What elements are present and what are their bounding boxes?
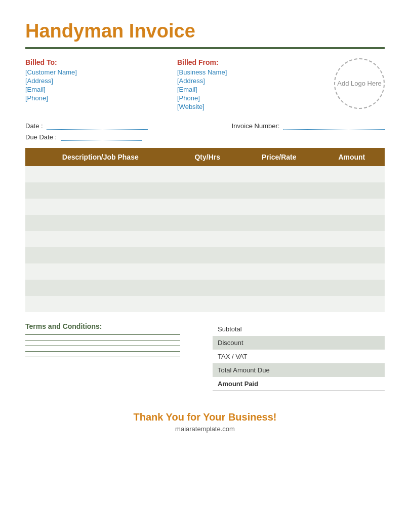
terms-line-3	[25, 346, 180, 346]
terms-line-1	[25, 334, 180, 335]
top-divider	[25, 47, 385, 49]
terms-label: Terms and Conditions:	[25, 322, 197, 330]
table-row	[25, 231, 385, 247]
date-section: Date : Invoice Number:	[25, 122, 385, 130]
paid-value	[317, 377, 385, 391]
subtotal-row: Subtotal	[213, 322, 385, 336]
col-price: Price/Rate	[239, 148, 319, 166]
business-name: [Business Name]	[177, 68, 329, 76]
table-row	[25, 199, 385, 215]
due-date-row: Due Date :	[25, 133, 385, 141]
tax-value	[317, 350, 385, 363]
terms-line-4	[25, 351, 180, 352]
discount-label: Discount	[213, 336, 317, 350]
customer-address: [Address]	[25, 77, 177, 85]
total-row: Total Amount Due	[213, 363, 385, 377]
discount-row: Discount	[213, 336, 385, 350]
bottom-section: Terms and Conditions: Subtotal Discount …	[25, 322, 385, 391]
business-phone: [Phone]	[177, 94, 329, 102]
paid-row: Amount Paid	[213, 377, 385, 391]
billed-to-col: Billed To: [Customer Name] [Address] [Em…	[25, 58, 177, 103]
thank-you-text: Thank You for Your Business!	[25, 411, 385, 423]
table-row	[25, 182, 385, 199]
website-text: maiaratemplate.com	[25, 425, 385, 433]
discount-value	[317, 336, 385, 350]
summary-table: Subtotal Discount TAX / VAT Total Amount…	[213, 322, 385, 391]
table-row	[25, 263, 385, 280]
customer-phone: [Phone]	[25, 94, 177, 102]
customer-email: [Email]	[25, 86, 177, 93]
terms-section: Terms and Conditions:	[25, 322, 213, 362]
subtotal-label: Subtotal	[213, 322, 317, 336]
logo-placeholder: Add Logo Here	[334, 58, 385, 109]
table-row	[25, 247, 385, 263]
table-row	[25, 166, 385, 182]
invoice-table: Description/Job Phase Qty/Hrs Price/Rate…	[25, 148, 385, 312]
table-row	[25, 296, 385, 312]
subtotal-value	[317, 322, 385, 336]
invoice-dotted	[283, 122, 385, 130]
billed-from-label: Billed From:	[177, 58, 329, 66]
tax-row: TAX / VAT	[213, 350, 385, 363]
footer-section: Thank You for Your Business! maiaratempl…	[25, 411, 385, 433]
terms-line-2	[25, 340, 180, 340]
date-row: Date :	[25, 122, 148, 130]
billed-from-col: Billed From: [Business Name] [Address] […	[177, 58, 329, 111]
invoice-title: Handyman Invoice	[25, 20, 385, 42]
due-date-dotted	[61, 133, 142, 141]
billed-to-label: Billed To:	[25, 58, 177, 66]
summary-section: Subtotal Discount TAX / VAT Total Amount…	[213, 322, 385, 391]
billed-section: Billed To: [Customer Name] [Address] [Em…	[25, 58, 385, 111]
total-value	[317, 363, 385, 377]
tax-label: TAX / VAT	[213, 350, 317, 363]
col-description: Description/Job Phase	[25, 148, 176, 166]
due-date-section: Due Date :	[25, 133, 385, 141]
col-amount: Amount	[319, 148, 385, 166]
total-label: Total Amount Due	[213, 363, 317, 377]
customer-name: [Customer Name]	[25, 68, 177, 76]
col-qty: Qty/Hrs	[176, 148, 239, 166]
business-website: [Website]	[177, 103, 329, 110]
paid-label: Amount Paid	[213, 377, 317, 391]
table-row	[25, 215, 385, 231]
terms-line-5	[25, 357, 180, 357]
table-row	[25, 280, 385, 296]
date-dotted	[47, 122, 148, 130]
invoice-number-row: Invoice Number:	[232, 122, 385, 130]
business-address: [Address]	[177, 77, 329, 85]
business-email: [Email]	[177, 86, 329, 93]
